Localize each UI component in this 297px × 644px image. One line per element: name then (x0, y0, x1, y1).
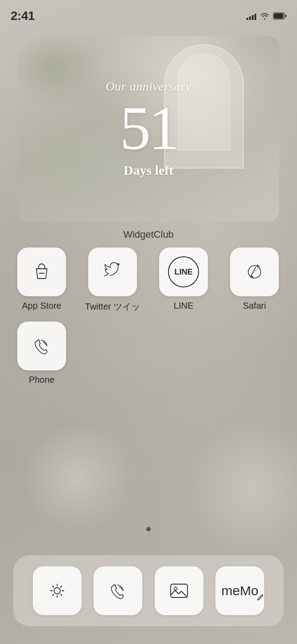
safari-label: Safari (243, 301, 266, 311)
app-grid: App Store Twitter ツイッ LINE LINE (11, 247, 286, 394)
twitter-icon[interactable] (88, 247, 137, 296)
widget-content: Our anniversary 51 Days left (18, 35, 279, 222)
dock-item-settings[interactable] (33, 566, 82, 615)
signal-icon (246, 12, 256, 20)
app-row-2: Phone (11, 322, 286, 385)
compass-icon (242, 260, 266, 284)
status-bar: 2:41 (0, 0, 297, 27)
app-item-phone[interactable]: Phone (11, 322, 73, 385)
anniversary-widget[interactable]: Our anniversary 51 Days left (18, 35, 279, 222)
dock: meMo (13, 555, 284, 626)
bag-icon (30, 260, 54, 284)
image-icon (167, 579, 191, 603)
widget-club-label: WidgetClub (0, 229, 297, 240)
phone-icon[interactable] (17, 322, 66, 370)
bird-icon (101, 260, 125, 284)
phone-label: Phone (29, 375, 55, 385)
phone-handset-icon (30, 334, 54, 358)
line-label: LINE (174, 301, 193, 311)
dock-item-memo[interactable]: meMo (215, 566, 264, 615)
widget-container[interactable]: Our anniversary 51 Days left (18, 35, 279, 222)
app-store-label: App Store (22, 301, 62, 311)
app-item-line[interactable]: LINE LINE (152, 247, 215, 313)
line-app-icon[interactable]: LINE (159, 247, 208, 296)
status-icons (246, 12, 286, 20)
dock-item-phone[interactable] (94, 566, 142, 615)
line-circle-icon: LINE (168, 256, 199, 287)
memo-pencil-icon (257, 593, 265, 601)
dock-item-photos[interactable] (155, 566, 203, 615)
app-row-1: App Store Twitter ツイッ LINE LINE (11, 247, 286, 313)
svg-rect-1 (274, 13, 283, 19)
widget-subtitle: Days left (124, 163, 173, 178)
wifi-icon (260, 12, 270, 20)
svg-point-4 (54, 588, 60, 594)
svg-point-6 (174, 587, 177, 590)
twitter-label: Twitter ツイッ (85, 301, 140, 313)
widget-number: 51 (120, 97, 177, 159)
widget-title: Our anniversary (106, 79, 191, 94)
status-time: 2:41 (11, 9, 35, 23)
page-indicator (0, 527, 297, 531)
safari-icon[interactable] (230, 247, 279, 296)
app-item-safari[interactable]: Safari (223, 247, 285, 313)
app-item-app-store[interactable]: App Store (11, 247, 73, 313)
gear-icon (45, 579, 69, 603)
page-dot-0 (146, 527, 151, 531)
app-store-icon[interactable] (17, 247, 66, 296)
memo-icon-text: meMo (222, 584, 258, 597)
app-item-twitter[interactable]: Twitter ツイッ (82, 247, 144, 313)
line-text: LINE (174, 267, 192, 277)
battery-icon (273, 12, 286, 20)
phone-dock-icon (106, 579, 130, 603)
